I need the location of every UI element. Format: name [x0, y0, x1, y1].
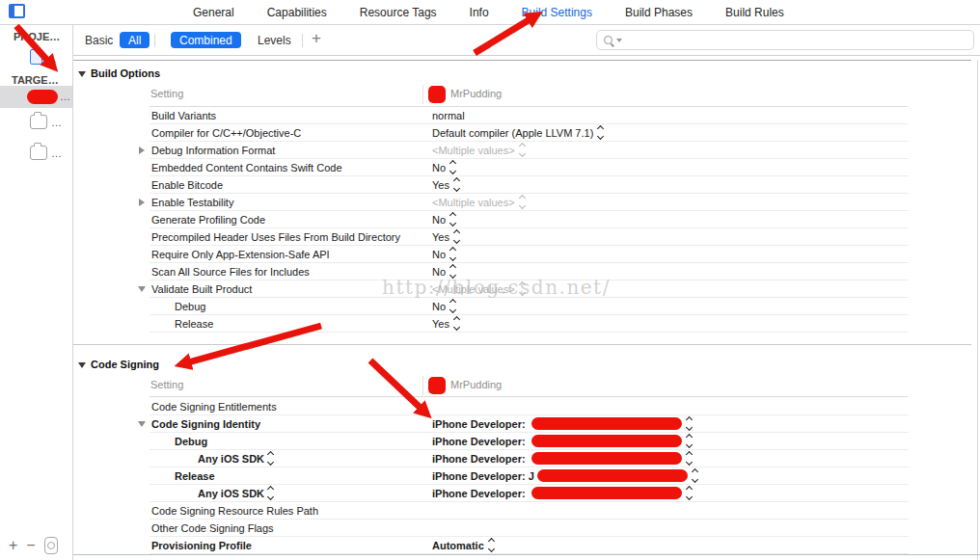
filter-icon[interactable]: [44, 537, 58, 554]
setting-row[interactable]: Embedded Content Contains Swift Code No: [150, 159, 909, 176]
scope-basic[interactable]: Basic: [85, 34, 113, 47]
disclosure-triangle-icon[interactable]: [139, 147, 145, 154]
tab-resource-tags[interactable]: Resource Tags: [360, 6, 437, 19]
setting-row[interactable]: Release iPhone Developer: J: [150, 467, 909, 485]
setting-row[interactable]: Validate Built Product <Multiple values>: [150, 280, 909, 298]
stepper-icon[interactable]: [454, 178, 459, 191]
section-title: Code Signing: [91, 359, 159, 370]
disclosure-triangle-icon[interactable]: [78, 362, 86, 368]
tab-info[interactable]: Info: [470, 6, 489, 19]
setting-row[interactable]: Precompiled Header Uses Files From Build…: [150, 228, 909, 246]
setting-value[interactable]: Automatic: [432, 537, 494, 553]
setting-name: Any iOS SDK: [198, 485, 273, 501]
code-signing-rows: Code Signing Entitlements Code Signing I…: [150, 398, 909, 554]
stepper-icon[interactable]: [687, 435, 692, 447]
remove-target-button[interactable]: −: [26, 538, 35, 553]
setting-value[interactable]: <Multiple values>: [432, 280, 525, 297]
setting-name: Scan All Source Files for Includes: [151, 263, 310, 280]
tab-build-phases[interactable]: Build Phases: [625, 6, 693, 19]
setting-value[interactable]: iPhone Developer: J: [432, 467, 697, 484]
add-target-button[interactable]: +: [9, 538, 17, 553]
stepper-icon[interactable]: [687, 417, 692, 430]
stepper-icon[interactable]: [520, 282, 525, 295]
selected-target-row[interactable]: …: [0, 86, 72, 108]
project-item[interactable]: …: [46, 53, 57, 65]
setting-row[interactable]: Any iOS SDK iPhone Developer:: [150, 485, 909, 502]
setting-value[interactable]: Default compiler (Apple LLVM 7.1): [432, 124, 603, 141]
stepper-icon[interactable]: [489, 539, 494, 551]
search-icon: [604, 36, 612, 44]
disclosure-triangle-icon[interactable]: [78, 71, 86, 77]
stepper-icon[interactable]: [687, 452, 692, 465]
stepper-icon[interactable]: [450, 300, 455, 312]
setting-row[interactable]: Other Code Signing Flags: [150, 520, 909, 537]
setting-value[interactable]: iPhone Developer:: [432, 485, 692, 501]
project-file-icon: [30, 49, 42, 65]
section-header-build-options[interactable]: Build Options: [78, 67, 160, 79]
setting-value[interactable]: Yes: [432, 176, 459, 193]
setting-row[interactable]: Release Yes: [150, 315, 909, 333]
stepper-icon[interactable]: [693, 469, 697, 482]
setting-value[interactable]: Yes: [432, 228, 459, 245]
setting-name: Enable Testability: [151, 194, 233, 210]
search-field[interactable]: [596, 30, 974, 50]
stepper-icon[interactable]: [598, 126, 603, 139]
setting-row[interactable]: Any iOS SDK iPhone Developer:: [150, 450, 909, 467]
stepper-icon[interactable]: [454, 230, 459, 243]
setting-value[interactable]: iPhone Developer:: [432, 450, 692, 467]
stepper-icon[interactable]: [450, 248, 455, 260]
tab-general[interactable]: General: [193, 6, 234, 19]
setting-value[interactable]: No: [432, 263, 455, 280]
bundle-target-icon: [30, 115, 47, 129]
stepper-icon[interactable]: [450, 161, 455, 173]
stepper-icon[interactable]: [268, 452, 273, 465]
setting-row[interactable]: Enable Bitcode Yes: [150, 176, 909, 194]
stepper-icon[interactable]: [687, 487, 692, 499]
setting-row[interactable]: Code Signing Resource Rules Path: [150, 502, 909, 520]
setting-value[interactable]: iPhone Developer:: [432, 415, 692, 432]
setting-row[interactable]: Debug No: [150, 298, 909, 315]
target-row[interactable]: …: [0, 144, 72, 163]
setting-row[interactable]: Code Signing Identity iPhone Developer:: [150, 415, 909, 433]
setting-value[interactable]: Yes: [432, 315, 459, 332]
stepper-icon[interactable]: [520, 196, 525, 208]
disclosure-triangle-icon[interactable]: [138, 421, 146, 427]
setting-value[interactable]: No: [432, 211, 455, 227]
setting-row[interactable]: Debug Information Format <Multiple value…: [150, 142, 909, 159]
target-row[interactable]: …: [0, 113, 72, 132]
setting-row[interactable]: Provisioning Profile Automatic: [150, 537, 909, 554]
xcode-window: General Capabilities Resource Tags Info …: [0, 0, 980, 560]
divider: [73, 60, 971, 61]
setting-row[interactable]: Scan All Source Files for Includes No: [150, 263, 909, 280]
scope-levels[interactable]: Levels: [258, 34, 291, 47]
stepper-icon[interactable]: [450, 213, 455, 226]
stepper-icon[interactable]: [450, 265, 455, 278]
stepper-icon[interactable]: [454, 317, 459, 330]
scrollbar-track[interactable]: [977, 60, 978, 560]
setting-row[interactable]: Require Only App-Extension-Safe API No: [150, 246, 909, 263]
setting-value[interactable]: No: [432, 298, 455, 314]
stepper-icon[interactable]: [520, 144, 525, 156]
setting-row[interactable]: Enable Testability <Multiple values>: [150, 194, 909, 211]
stepper-icon[interactable]: [268, 487, 273, 499]
setting-row[interactable]: Generate Profiling Code No: [150, 211, 909, 228]
tab-build-settings[interactable]: Build Settings: [522, 6, 592, 19]
setting-value[interactable]: iPhone Developer:: [432, 433, 692, 449]
tab-capabilities[interactable]: Capabilities: [267, 6, 327, 19]
section-header-code-signing[interactable]: Code Signing: [78, 359, 159, 370]
disclosure-triangle-icon[interactable]: [138, 286, 146, 292]
setting-row[interactable]: Compiler for C/C++/Objective-C Default c…: [150, 124, 909, 142]
setting-value[interactable]: <Multiple values>: [432, 194, 525, 210]
setting-value[interactable]: <Multiple values>: [432, 142, 525, 158]
tab-build-rules[interactable]: Build Rules: [725, 6, 784, 19]
setting-row[interactable]: Build Variants normal: [150, 107, 909, 124]
setting-row[interactable]: Debug iPhone Developer:: [150, 433, 909, 450]
navigator-toggle-icon[interactable]: [9, 4, 25, 18]
add-build-setting-button[interactable]: +: [312, 29, 321, 48]
disclosure-triangle-icon[interactable]: [139, 199, 145, 206]
scope-all[interactable]: All: [120, 32, 150, 48]
scope-combined[interactable]: Combined: [171, 32, 241, 48]
setting-value[interactable]: No: [432, 246, 455, 262]
setting-value[interactable]: No: [432, 159, 455, 175]
setting-row[interactable]: Code Signing Entitlements: [150, 398, 909, 415]
